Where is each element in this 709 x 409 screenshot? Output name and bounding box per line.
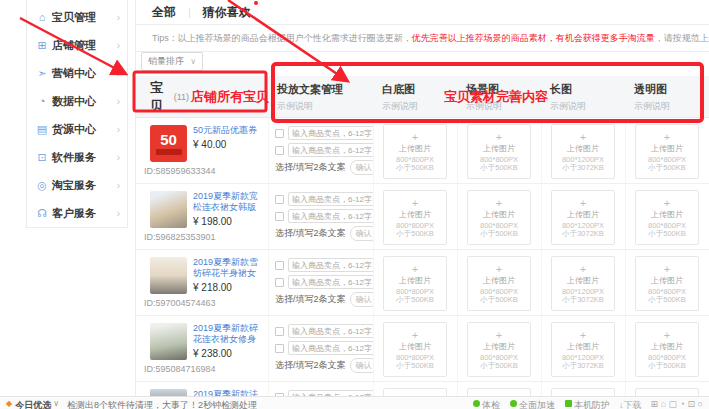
- copy-hint: 选择/填写2条文案: [275, 161, 346, 174]
- checkbox[interactable]: [275, 261, 284, 270]
- upload-image-button[interactable]: +上传图片800*800PX小于500KB: [467, 256, 531, 311]
- selling-point-input[interactable]: [288, 209, 374, 223]
- sidebar-item-shop-manage[interactable]: ⊞ 店铺管理 ›: [27, 31, 127, 59]
- chevron-right-icon: ›: [117, 208, 120, 219]
- selling-point-input[interactable]: [288, 192, 374, 206]
- copywriting-cell: 选择/填写2条文案 确认 取消: [269, 250, 374, 315]
- confirm-button[interactable]: 确认: [350, 226, 374, 241]
- upload-image-button[interactable]: +上传图片800*1200PX小于3072KB: [551, 256, 615, 311]
- tips-banner: Tips：以上推荐场景的商品会根据用户个性化需求进行圈选更新，优先完善以上推荐场…: [136, 25, 709, 52]
- checkbox[interactable]: [275, 327, 284, 336]
- speed-up-button[interactable]: 全面加速: [510, 399, 555, 409]
- health-check-button[interactable]: 体检: [473, 399, 500, 409]
- page: ⌂ 宝贝管理 › ⊞ 店铺管理 › ➣ 营销中心 › ◔ 数据中心 › ▤ 货源…: [0, 0, 709, 409]
- selling-point-input[interactable]: [288, 324, 374, 338]
- product-title-link[interactable]: 2019夏季新款雪纺碎花半身裙女中长款高腰显白: [193, 257, 264, 279]
- column-header-scene-image: 场景图 示例说明: [458, 76, 542, 117]
- tab-bar: 全部 | 猜你喜欢: [136, 0, 709, 25]
- chevron-down-icon[interactable]: ∨: [53, 399, 59, 408]
- copywriting-cell: 选择/填写2条文案 确认 取消: [269, 118, 374, 183]
- checkbox[interactable]: [275, 212, 284, 221]
- box-icon: ⌂: [35, 11, 49, 23]
- checkbox[interactable]: [275, 278, 284, 287]
- scene-upload-cell: +上传图片800*800PX小于500KB: [458, 250, 542, 315]
- download-button[interactable]: ↓下载: [619, 399, 642, 409]
- plus-icon: +: [664, 198, 670, 208]
- table-body: 50 50元新品优惠券 ¥ 40.00 ID:585959633344 选择/填…: [136, 118, 709, 409]
- misc-tray-icons[interactable]: ⊞ ⌂ ▢ ◔ ⊡ ○: [651, 399, 703, 409]
- confirm-button[interactable]: 确认: [350, 160, 374, 175]
- sidebar-item-supply-center[interactable]: ▤ 货源中心 ›: [27, 115, 127, 143]
- selling-point-input[interactable]: [288, 341, 374, 355]
- sidebar-item-data-center[interactable]: ◔ 数据中心 ›: [27, 87, 127, 115]
- confirm-button[interactable]: 确认: [350, 358, 374, 373]
- sort-dropdown[interactable]: 销量排序 ∨: [141, 52, 203, 71]
- product-cell: 2019夏季新款宽松连衣裙女韩版短袖T恤中长款 ¥ 198.00 ID:5968…: [136, 184, 269, 249]
- sidebar-item-marketing-center[interactable]: ➣ 营销中心 ›: [27, 59, 127, 87]
- plus-icon: +: [580, 132, 586, 142]
- sidebar-item-customer-service[interactable]: ☊ 客户服务 ›: [27, 199, 127, 227]
- selling-point-input[interactable]: [288, 126, 374, 140]
- example-link[interactable]: 示例说明: [277, 100, 374, 113]
- protection-button[interactable]: 本机防护: [565, 399, 610, 409]
- selling-point-input[interactable]: [288, 143, 374, 157]
- upload-image-button[interactable]: +上传图片800*800PX小于500KB: [635, 124, 699, 179]
- example-link[interactable]: 示例说明: [466, 100, 542, 113]
- sidebar-item-taobao-service[interactable]: ◎ 淘宝服务 ›: [27, 171, 127, 199]
- upload-image-button[interactable]: +上传图片800*1200PX小于3072KB: [551, 322, 615, 377]
- upload-image-button[interactable]: +上传图片800*800PX小于500KB: [383, 190, 447, 245]
- upload-image-button[interactable]: +上传图片800*800PX小于500KB: [467, 124, 531, 179]
- selling-point-input[interactable]: [288, 275, 374, 289]
- chevron-right-icon: ›: [117, 68, 120, 79]
- product-id: ID:596825353901: [144, 232, 264, 242]
- upload-image-button[interactable]: +上传图片800*1200PX小于3072KB: [551, 190, 615, 245]
- upload-image-button[interactable]: +上传图片800*800PX小于500KB: [383, 322, 447, 377]
- product-title-link[interactable]: 2019夏季新款宽松连衣裙女韩版短袖T恤中长款: [193, 191, 264, 213]
- column-header-copywriting: 投放文案管理 示例说明: [269, 76, 374, 117]
- upload-image-button[interactable]: +上传图片800*800PX小于500KB: [383, 124, 447, 179]
- confirm-button[interactable]: 确认: [350, 292, 374, 307]
- green-dot-icon: [510, 400, 517, 407]
- chevron-right-icon: ›: [117, 124, 120, 135]
- selling-point-input[interactable]: [288, 258, 374, 272]
- plus-icon: +: [496, 264, 502, 274]
- long-upload-cell: +上传图片800*1200PX小于3072KB: [542, 250, 626, 315]
- annotation-text-all-products: 店铺所有宝贝: [191, 88, 269, 106]
- upload-image-button[interactable]: +上传图片800*800PX小于500KB: [635, 190, 699, 245]
- plus-icon: +: [580, 330, 586, 340]
- taobao-icon: ◎: [35, 179, 49, 192]
- product-title-link[interactable]: 50元新品优惠券: [193, 125, 264, 136]
- plus-icon: +: [412, 132, 418, 142]
- example-link[interactable]: 示例说明: [634, 100, 709, 113]
- upload-image-button[interactable]: +上传图片800*800PX小于500KB: [467, 190, 531, 245]
- table-row: 2019夏季新款宽松连衣裙女韩版短袖T恤中长款 ¥ 198.00 ID:5968…: [136, 184, 709, 250]
- checkbox[interactable]: [275, 129, 284, 138]
- product-cell: 2019夏季新款碎花连衣裙女修身显瘦小众风裙 ¥ 238.00 ID:59508…: [136, 316, 269, 381]
- tab-separator: |: [188, 6, 191, 18]
- upload-image-button[interactable]: +上传图片800*800PX小于500KB: [383, 256, 447, 311]
- upload-image-button[interactable]: +上传图片800*1200PX小于3072KB: [551, 124, 615, 179]
- upload-image-button[interactable]: +上传图片800*800PX小于500KB: [635, 256, 699, 311]
- product-photo: [150, 191, 187, 228]
- checkbox[interactable]: [275, 195, 284, 204]
- upload-image-button[interactable]: +上传图片800*800PX小于500KB: [635, 322, 699, 377]
- tab-all[interactable]: 全部: [152, 4, 176, 21]
- tab-guess-you-like[interactable]: 猜你喜欢: [203, 4, 251, 21]
- upload-image-button[interactable]: +上传图片800*800PX小于500KB: [467, 322, 531, 377]
- example-link[interactable]: 示例说明: [382, 100, 458, 113]
- product-price: ¥ 218.00: [193, 282, 264, 293]
- checkbox[interactable]: [275, 146, 284, 155]
- column-header-white-bg-image: 白底图 示例说明: [374, 76, 458, 117]
- sidebar-item-item-manage[interactable]: ⌂ 宝贝管理 ›: [27, 3, 127, 31]
- plus-icon: +: [496, 330, 502, 340]
- checkbox[interactable]: [275, 344, 284, 353]
- example-link[interactable]: 示例说明: [550, 100, 626, 113]
- scene-upload-cell: +上传图片800*800PX小于500KB: [458, 118, 542, 183]
- sidebar-item-software-service[interactable]: ⊡ 软件服务 ›: [27, 143, 127, 171]
- long-upload-cell: +上传图片800*1200PX小于3072KB: [542, 316, 626, 381]
- chevron-right-icon: ›: [117, 180, 120, 191]
- transparent-upload-cell: +上传图片800*800PX小于500KB: [626, 250, 709, 315]
- product-title-link[interactable]: 2019夏季新款碎花连衣裙女修身显瘦小众风裙: [193, 323, 264, 345]
- copywriting-cell: 选择/填写2条文案 确认 取消: [269, 316, 374, 381]
- product-price: ¥ 198.00: [193, 216, 264, 227]
